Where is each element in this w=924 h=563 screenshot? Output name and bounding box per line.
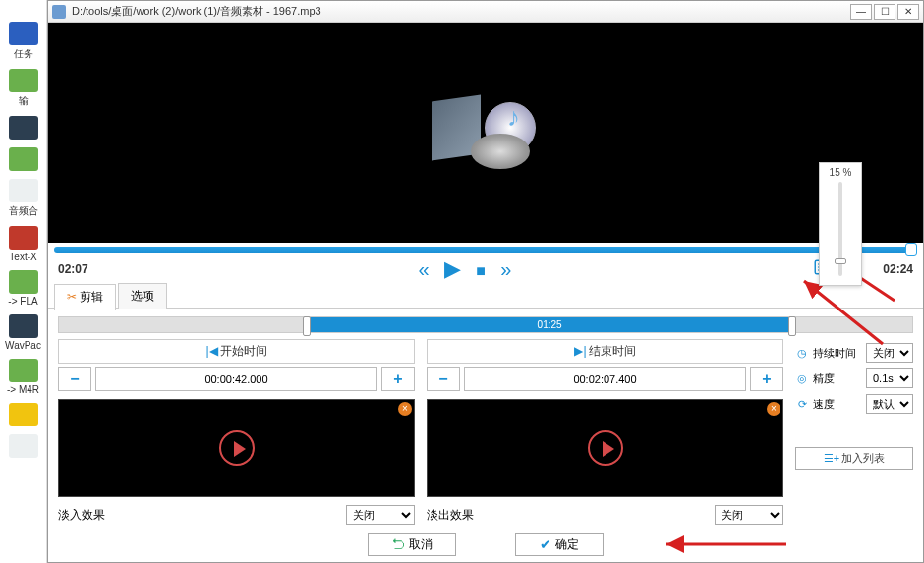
end-plus-button[interactable]: + (750, 367, 783, 391)
bg-item (3, 147, 44, 171)
clock-icon: ◷ (795, 347, 809, 360)
end-time-input[interactable] (464, 367, 746, 391)
fade-in-select[interactable]: 关闭 (346, 505, 415, 525)
tabs: ✂剪辑 选项 (48, 283, 923, 309)
start-minus-button[interactable]: − (58, 367, 91, 391)
trim-start-handle[interactable] (303, 316, 311, 336)
end-preview[interactable]: × (427, 399, 783, 497)
precision-select[interactable]: 0.1s (866, 368, 913, 388)
editor-dialog: D:/tools/桌面/work (2)/work (1)/音频素材 - 196… (47, 0, 924, 563)
speed-select[interactable]: 默认 (866, 394, 913, 414)
start-column: |◀开始时间 − + × 淡入效果 关闭 (58, 339, 415, 525)
scissors-icon: ✂ (67, 290, 77, 304)
ok-button[interactable]: ✔确定 (515, 533, 604, 556)
total-time: 02:24 (854, 262, 913, 276)
target-icon: ◎ (795, 372, 809, 385)
start-marker-icon: |◀ (205, 344, 217, 358)
bg-item: -> M4R (3, 359, 44, 395)
trim-range-fill: 01:25 (307, 317, 793, 332)
end-column: ▶|结束时间 − + × 淡出效果 关闭 (427, 339, 783, 525)
volume-slider[interactable] (838, 182, 842, 276)
settings-column: ◷ 持续时间 关闭 ◎ 精度 0.1s ⟳ 速度 默认 ☰+加入列表 (795, 339, 913, 525)
speed-label: 速度 (813, 397, 862, 412)
tab-options[interactable]: 选项 (118, 283, 167, 309)
speed-icon: ⟳ (795, 398, 809, 411)
tab-edit[interactable]: ✂剪辑 (54, 284, 116, 310)
bg-item: 输 (3, 69, 44, 108)
seek-thumb[interactable] (905, 243, 917, 256)
bg-item (3, 116, 44, 140)
precision-label: 精度 (813, 371, 862, 386)
bg-item (3, 403, 44, 426)
prev-fast-button[interactable]: « (419, 258, 430, 281)
bg-item: 音频合 (3, 179, 44, 218)
trim-end-handle[interactable] (788, 316, 796, 336)
current-time: 02:07 (58, 262, 117, 276)
volume-popup[interactable]: 15 % (819, 162, 862, 286)
start-preview[interactable]: × (58, 399, 415, 497)
cancel-button[interactable]: ⮌取消 (368, 533, 456, 556)
transport-bar: 02:07 « ▶ ■ » 02:24 (48, 255, 923, 283)
stop-button[interactable]: ■ (476, 262, 486, 280)
play-overlay-icon[interactable] (219, 430, 255, 466)
bg-item (3, 434, 44, 458)
list-add-icon: ☰+ (824, 452, 839, 464)
start-time-input[interactable] (95, 367, 377, 391)
start-time-header: |◀开始时间 (58, 339, 415, 364)
dialog-buttons: ⮌取消 ✔确定 (48, 525, 923, 562)
play-overlay-icon[interactable] (588, 430, 623, 466)
seek-bar[interactable] (48, 243, 923, 255)
background-app-sidebar: 任务 输 音频合 Text-X -> FLA WavPac -> M4R (0, 0, 47, 563)
volume-thumb[interactable] (835, 258, 846, 264)
window-title: D:/tools/桌面/work (2)/work (1)/音频素材 - 196… (72, 4, 321, 19)
minimize-button[interactable]: — (850, 4, 872, 20)
fade-in-label: 淡入效果 (58, 507, 338, 524)
duration-select[interactable]: 关闭 (866, 343, 913, 363)
undo-icon: ⮌ (391, 536, 405, 552)
check-icon: ✔ (540, 536, 551, 552)
close-icon[interactable]: × (398, 402, 412, 416)
end-marker-icon: ▶| (574, 344, 586, 358)
bg-item: WavPac (3, 314, 44, 351)
volume-percent-label: 15 % (820, 167, 861, 178)
video-preview: ♪ 15 % (48, 23, 923, 242)
bg-item: Text-X (3, 226, 44, 262)
play-button[interactable]: ▶ (444, 256, 461, 282)
bg-item: 任务 (3, 22, 44, 61)
add-to-list-button[interactable]: ☰+加入列表 (795, 447, 913, 470)
app-icon (52, 5, 66, 19)
titlebar[interactable]: D:/tools/桌面/work (2)/work (1)/音频素材 - 196… (48, 1, 923, 23)
next-fast-button[interactable]: » (500, 258, 511, 281)
fade-out-label: 淡出效果 (427, 507, 707, 524)
trim-range[interactable]: 01:25 (58, 316, 913, 333)
bg-item: -> FLA (3, 270, 44, 307)
start-plus-button[interactable]: + (381, 367, 415, 391)
media-placeholder-icon: ♪ (432, 88, 540, 177)
end-time-header: ▶|结束时间 (427, 339, 783, 364)
close-icon[interactable]: × (767, 402, 780, 416)
duration-label: 持续时间 (813, 346, 862, 361)
fade-out-select[interactable]: 关闭 (715, 505, 783, 525)
maximize-button[interactable]: ☐ (874, 4, 895, 20)
end-minus-button[interactable]: − (427, 367, 460, 391)
close-button[interactable]: ✕ (897, 4, 919, 20)
